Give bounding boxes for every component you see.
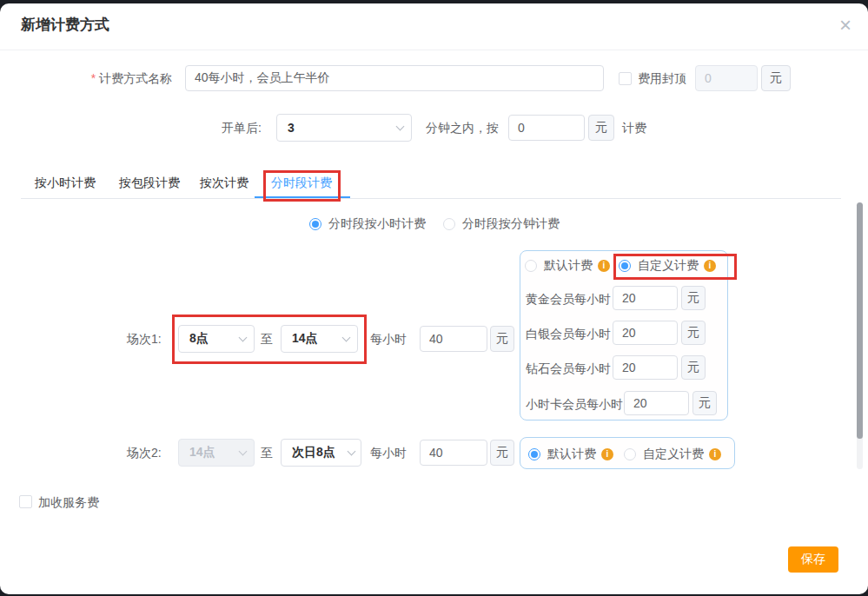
fee-cap-checkbox[interactable] (619, 72, 632, 85)
dialog-add-billing-method (0, 3, 868, 594)
radio-hourly-slot[interactable] (309, 218, 321, 230)
tab-per-time-billing[interactable]: 按次计费 (200, 175, 248, 191)
session2-to-select[interactable]: 次日8点 (281, 439, 361, 467)
start-after-label: 开单后: (222, 114, 262, 142)
start-minutes-select[interactable]: 3 (276, 114, 412, 142)
start-amount-input[interactable] (508, 115, 585, 141)
session2-pricing-radio-group: 默认计费 i 自定义计费 i (528, 447, 721, 462)
chevron-down-icon (342, 333, 351, 341)
chevron-down-icon (239, 333, 248, 341)
session2-from-select[interactable]: 14点 (178, 439, 255, 467)
required-asterisk: * (91, 71, 96, 85)
radio-minute-slot-label: 分时段按分钟计费 (462, 216, 560, 232)
radio-default-pricing-session2[interactable] (528, 448, 540, 460)
radio-hourly-slot-label: 分时段按小时计费 (328, 216, 426, 232)
diamond-member-rate-label: 钻石会员每小时 (526, 356, 611, 381)
slot-mode-radio-group: 分时段按小时计费 分时段按分钟计费 (309, 216, 560, 232)
info-icon[interactable]: i (704, 260, 716, 272)
save-button[interactable]: 保存 (788, 546, 838, 573)
session2-per-hour-label: 每小时 (370, 439, 407, 467)
header-divider (0, 50, 868, 50)
session1-to-word: 至 (261, 325, 273, 353)
session2-rate-input[interactable] (420, 440, 487, 466)
session1-pricing-radio-group: 默认计费 i 自定义计费 i (525, 258, 716, 274)
session2-label: 场次2: (127, 439, 162, 467)
chevron-down-icon (348, 447, 356, 455)
custom-pricing-label: 自定义计费 (643, 447, 704, 462)
start-billing-suffix: 计费 (622, 114, 646, 142)
service-fee-checkbox[interactable] (19, 495, 32, 508)
info-icon[interactable]: i (709, 448, 721, 460)
screen: 新增计费方式 × * 计费方式名称 费用封顶 元 开单后: 3 分钟之内，按 元… (0, 0, 868, 596)
session2-rate-unit: 元 (490, 440, 514, 466)
silver-member-rate-label: 白银会员每小时 (526, 321, 611, 346)
custom-pricing-label: 自定义计费 (638, 258, 699, 274)
gold-member-rate-label: 黄金会员每小时 (526, 287, 611, 311)
session1-per-hour-label: 每小时 (370, 325, 407, 353)
hourcard-member-rate-input[interactable] (624, 391, 689, 415)
tab-package-billing[interactable]: 按包段计费 (119, 175, 180, 191)
silver-member-rate-input[interactable] (613, 321, 678, 345)
default-pricing-label: 默认计费 (544, 258, 593, 274)
hourcard-member-rate-label: 小时卡会员每小时 (526, 392, 623, 416)
info-icon[interactable]: i (598, 260, 610, 272)
start-amount-unit: 元 (588, 115, 614, 141)
info-icon[interactable]: i (601, 448, 613, 460)
fee-cap-unit: 元 (761, 65, 791, 91)
tabbar-divider (21, 198, 841, 199)
billing-name-label: * 计费方式名称 (0, 64, 172, 92)
gold-member-rate-unit: 元 (681, 286, 706, 310)
billing-name-input[interactable] (185, 65, 604, 91)
session1-to-select[interactable]: 14点 (281, 325, 358, 353)
chevron-down-icon (396, 122, 405, 130)
radio-default-pricing-session1[interactable] (525, 260, 537, 272)
session1-label: 场次1: (127, 325, 162, 353)
tab-time-slot-billing[interactable]: 分时段计费 (271, 175, 332, 191)
dialog-title: 新增计费方式 (21, 15, 109, 35)
diamond-member-rate-unit: 元 (681, 355, 706, 380)
gold-member-rate-input[interactable] (613, 286, 678, 310)
start-within-label: 分钟之内，按 (426, 114, 499, 142)
radio-custom-pricing-session2[interactable] (624, 448, 636, 460)
diamond-member-rate-input[interactable] (613, 355, 678, 380)
session1-from-select[interactable]: 8点 (178, 325, 255, 353)
session1-rate-unit: 元 (490, 326, 514, 352)
scrollbar-thumb[interactable] (857, 202, 863, 439)
session2-to-word: 至 (261, 439, 273, 467)
fee-cap-amount-input[interactable] (695, 65, 758, 91)
tab-hourly-billing[interactable]: 按小时计费 (35, 175, 96, 191)
chevron-down-icon (239, 447, 248, 455)
radio-minute-slot[interactable] (443, 218, 455, 230)
default-pricing-label: 默认计费 (547, 447, 596, 462)
silver-member-rate-unit: 元 (681, 321, 706, 345)
start-minutes-value: 3 (288, 121, 295, 135)
hourcard-member-rate-unit: 元 (692, 391, 717, 415)
service-fee-label: 加收服务费 (38, 488, 99, 516)
close-icon[interactable]: × (832, 12, 858, 38)
fee-cap-label: 费用封顶 (638, 64, 686, 92)
radio-custom-pricing-session1[interactable] (619, 260, 631, 272)
session1-rate-input[interactable] (420, 326, 487, 352)
